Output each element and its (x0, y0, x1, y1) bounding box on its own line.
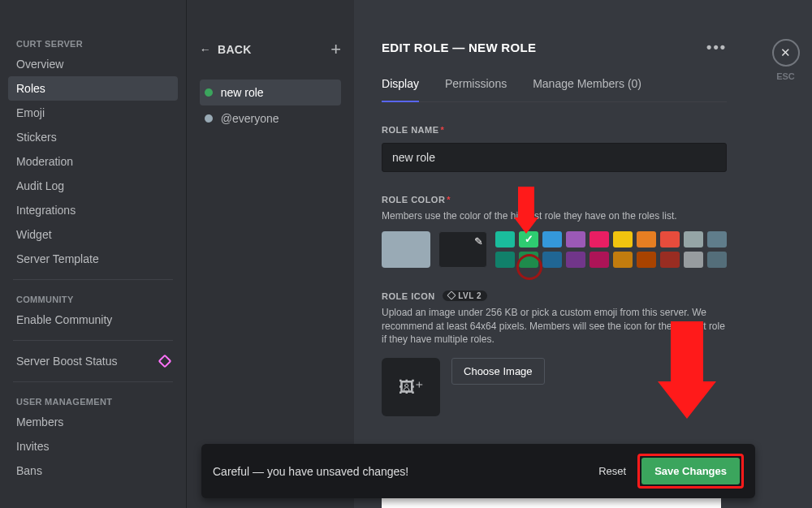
sidebar-header-community: COMMUNITY (8, 288, 178, 308)
sidebar-item-label: Server Template (16, 252, 99, 265)
role-color-label: ROLE COLOR* (382, 195, 727, 204)
boost-gem-icon (158, 355, 171, 368)
color-swatch-grid: ✓ (495, 231, 727, 268)
color-swatch[interactable] (542, 231, 562, 248)
sidebar-item-enable-community[interactable]: Enable Community (8, 308, 178, 332)
role-color-hint: Members use the color of the highest rol… (382, 209, 727, 223)
role-color-dot (205, 114, 213, 123)
sidebar-item-moderation[interactable]: Moderation (8, 149, 178, 174)
color-swatch[interactable] (684, 252, 703, 268)
role-list-item[interactable]: @everyone (200, 105, 341, 131)
default-color-swatch[interactable] (382, 231, 430, 268)
gem-icon (447, 291, 456, 300)
overflow-menu-icon[interactable]: ••• (706, 39, 727, 56)
sidebar-item-label: Enable Community (16, 313, 112, 326)
tab-display[interactable]: Display (382, 77, 419, 101)
color-swatch[interactable] (684, 231, 703, 248)
sidebar-divider (13, 340, 173, 341)
sidebar-item-boost[interactable]: Server Boost Status (8, 349, 178, 373)
choose-image-button[interactable]: Choose Image (451, 358, 545, 385)
color-swatch[interactable] (590, 231, 609, 248)
color-swatch[interactable] (660, 252, 680, 268)
role-color-dot (205, 88, 213, 97)
sidebar-item-emoji[interactable]: Emoji (8, 101, 178, 125)
check-icon: ✓ (525, 233, 533, 245)
color-swatch[interactable] (590, 252, 609, 268)
sidebar-item-label: Moderation (16, 155, 73, 168)
annotation-save-highlight: Save Changes (637, 454, 744, 489)
sidebar-item-label: Roles (16, 82, 45, 95)
role-name-label: ROLE NAME* (382, 125, 727, 135)
role-list-label: new role (221, 86, 264, 99)
sidebar-item-label: Audit Log (16, 179, 64, 192)
sidebar-header-server: CURT SERVER (8, 32, 178, 52)
editor-tabs: DisplayPermissionsManage Members (0) (382, 77, 727, 102)
sidebar-item-label: Widget (16, 228, 52, 241)
reset-button[interactable]: Reset (598, 465, 626, 477)
role-list-item[interactable]: new role (200, 80, 341, 105)
color-swatch[interactable]: ✓ (519, 231, 538, 248)
sidebar-item-audit-log[interactable]: Audit Log (8, 174, 178, 198)
sidebar-item-label: Invites (16, 440, 49, 453)
color-swatch[interactable] (707, 231, 727, 248)
back-button[interactable]: ← BACK (200, 43, 252, 56)
back-label: BACK (218, 43, 252, 56)
sidebar-item-label: Integrations (16, 204, 76, 217)
custom-color-picker[interactable]: ✎ (438, 231, 487, 268)
sidebar-item-overview[interactable]: Overview (8, 52, 178, 76)
sidebar-item-label: Emoji (16, 106, 45, 119)
unsaved-text: Careful — you have unsaved changes! (213, 465, 408, 478)
unsaved-changes-banner: Careful — you have unsaved changes! Rese… (201, 444, 755, 498)
sidebar-item-label: Members (16, 415, 63, 428)
arrow-left-icon: ← (200, 43, 211, 56)
sidebar-item-label: Bans (16, 464, 42, 477)
color-swatch[interactable] (542, 252, 562, 268)
image-add-icon: 🖼⁺ (399, 377, 424, 397)
close-icon: ✕ (780, 45, 791, 60)
sidebar-item-integrations[interactable]: Integrations (8, 198, 178, 222)
sidebar-item-bans[interactable]: Bans (8, 458, 178, 483)
page-title: EDIT ROLE — NEW ROLE (382, 41, 536, 54)
color-swatch[interactable] (495, 252, 515, 268)
esc-label: ESC (776, 71, 795, 81)
color-swatch[interactable] (495, 231, 515, 248)
sidebar-item-roles[interactable]: Roles (8, 76, 178, 101)
sidebar-item-stickers[interactable]: Stickers (8, 125, 178, 149)
close-panel: ✕ ESC (759, 0, 812, 508)
settings-sidebar: CURT SERVER OverviewRolesEmojiStickersMo… (0, 0, 186, 508)
color-swatch[interactable] (566, 231, 585, 248)
sidebar-item-label: Server Boost Status (16, 355, 118, 368)
level-badge: LVL 2 (443, 291, 487, 301)
sidebar-item-invites[interactable]: Invites (8, 434, 178, 458)
close-button[interactable]: ✕ (772, 39, 800, 67)
role-editor: EDIT ROLE — NEW ROLE ••• DisplayPermissi… (354, 0, 759, 508)
sidebar-header-user-mgmt: USER MANAGEMENT (8, 390, 178, 410)
sidebar-item-members[interactable]: Members (8, 410, 178, 434)
color-swatch[interactable] (613, 231, 633, 248)
color-swatch[interactable] (519, 252, 538, 268)
color-picker: ✎ ✓ (382, 231, 727, 268)
role-icon-label: ROLE ICON LVL 2 (382, 291, 727, 301)
eyedropper-icon: ✎ (474, 235, 483, 248)
tab-permissions[interactable]: Permissions (445, 77, 507, 101)
role-list-label: @everyone (221, 112, 279, 125)
sidebar-divider (13, 381, 173, 382)
color-swatch[interactable] (660, 231, 680, 248)
add-role-button[interactable]: + (330, 39, 341, 60)
sidebar-item-widget[interactable]: Widget (8, 222, 178, 247)
color-swatch[interactable] (613, 252, 633, 268)
sidebar-item-server-template[interactable]: Server Template (8, 247, 178, 271)
upload-image-box[interactable]: 🖼⁺ (382, 358, 440, 416)
color-swatch[interactable] (566, 252, 585, 268)
color-swatch[interactable] (707, 252, 727, 268)
role-icon-hint: Upload an image under 256 KB or pick a c… (382, 306, 727, 347)
color-swatch[interactable] (637, 252, 656, 268)
tab-manage[interactable]: Manage Members (0) (533, 77, 641, 101)
sidebar-item-label: Overview (16, 58, 63, 71)
sidebar-divider (13, 279, 173, 280)
sidebar-item-label: Stickers (16, 131, 57, 144)
color-swatch[interactable] (637, 231, 656, 248)
roles-list-panel: ← BACK + new role@everyone (186, 0, 354, 508)
role-name-input[interactable] (382, 143, 727, 172)
save-changes-button[interactable]: Save Changes (641, 458, 740, 484)
